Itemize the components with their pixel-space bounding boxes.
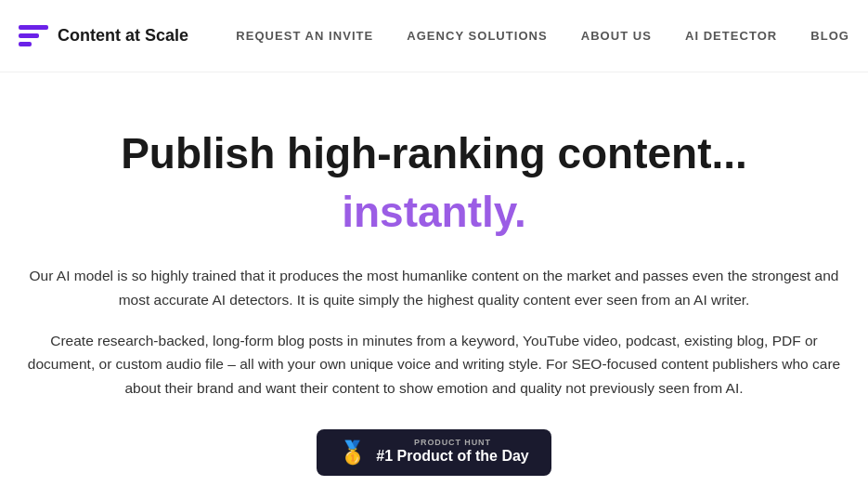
ph-title: #1 Product of the Day <box>376 447 528 466</box>
headline-line2: instantly. <box>342 187 526 238</box>
ph-label: PRODUCT HUNT <box>376 439 528 447</box>
description-2: Create research-backed, long-form blog p… <box>21 329 848 401</box>
logo-text: Content at Scale <box>58 26 188 46</box>
description-1: Our AI model is so highly trained that i… <box>21 264 848 311</box>
headline-line1: Publish high-ranking content... <box>121 128 747 179</box>
main-content: Publish high-ranking content... instantl… <box>0 72 868 499</box>
svg-rect-2 <box>19 42 32 46</box>
ph-text: PRODUCT HUNT #1 Product of the Day <box>376 439 528 466</box>
nav-request-invite[interactable]: REQUEST AN INVITE <box>236 29 373 43</box>
svg-rect-0 <box>19 25 48 30</box>
nav-blog[interactable]: BLOG <box>810 29 849 43</box>
nav-ai-detector[interactable]: AI DETECTOR <box>685 29 777 43</box>
site-header: Content at Scale REQUEST AN INVITE AGENC… <box>0 0 868 72</box>
svg-rect-1 <box>19 33 39 38</box>
nav-about-us[interactable]: ABOUT US <box>581 29 652 43</box>
nav-agency-solutions[interactable]: AGENCY SOLUTIONS <box>407 29 547 43</box>
product-hunt-badge[interactable]: 🥇 PRODUCT HUNT #1 Product of the Day <box>317 429 551 476</box>
main-nav: REQUEST AN INVITE AGENCY SOLUTIONS ABOUT… <box>236 29 849 43</box>
logo[interactable]: Content at Scale <box>19 25 188 47</box>
medal-icon: 🥇 <box>339 440 367 466</box>
logo-icon <box>19 25 48 47</box>
